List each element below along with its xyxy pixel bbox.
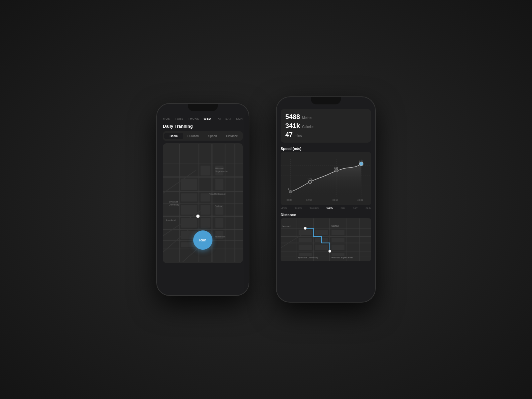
svg-rect-25 (200, 205, 210, 215)
svg-point-53 (289, 190, 292, 193)
svg-text:Filéa Restaurant: Filéa Restaurant (209, 193, 226, 195)
metres-unit: Metres (302, 116, 313, 120)
map-1: Walmart Supercenter Filéa Restaurant Car… (163, 143, 243, 263)
svg-point-88 (304, 227, 307, 230)
svg-rect-86 (299, 253, 312, 256)
phone-2: 5488 Metres 341k Calories 47 mins Speed … (276, 96, 376, 303)
svg-rect-82 (332, 238, 344, 242)
day-mon[interactable]: MON (163, 117, 171, 120)
distance-map-svg: Loveland Carfour Syracuse University Wal… (281, 218, 371, 261)
svg-text:Loveland: Loveland (282, 225, 291, 227)
p2-day-mon[interactable]: MON (281, 207, 287, 210)
svg-point-55 (335, 169, 338, 172)
svg-text:07:40: 07:40 (287, 199, 292, 201)
p2-day-wed[interactable]: WED (327, 207, 333, 210)
days-nav-1: MON TUES THURS WED FRI SAT SUN (157, 114, 249, 122)
svg-rect-83 (299, 245, 312, 250)
daily-training-title: Daily Tranning (157, 122, 249, 131)
svg-rect-21 (215, 179, 223, 190)
svg-text:2.55: 2.55 (334, 167, 338, 169)
phone-1-screen: MON TUES THURS WED FRI SAT SUN Daily Tra… (157, 104, 249, 295)
tab-speed[interactable]: Speed (203, 133, 222, 139)
svg-text:Supercenter: Supercenter (215, 170, 228, 173)
day-fri[interactable]: FRI (215, 117, 221, 120)
mins-unit: mins (295, 134, 302, 138)
svg-text:University: University (169, 203, 179, 206)
svg-text:2: 2 (288, 188, 289, 190)
svg-text:Walmart: Walmart (215, 167, 223, 170)
svg-point-89 (329, 250, 331, 253)
svg-rect-19 (200, 166, 210, 176)
metres-value: 5488 (285, 113, 300, 121)
distance-map: Loveland Carfour Syracuse University Wal… (281, 218, 371, 261)
stat-calories: 341k Calories (285, 122, 366, 130)
svg-rect-27 (181, 218, 197, 228)
notch-2 (311, 97, 341, 104)
svg-rect-22 (181, 193, 197, 201)
svg-text:Syracuse: Syracuse (169, 200, 179, 203)
svg-text:Gourmant: Gourmant (215, 235, 225, 238)
svg-point-54 (309, 180, 312, 184)
training-tabs: Basic Duration Speed Distance (163, 131, 243, 141)
p2-day-sun[interactable]: SUN (365, 207, 371, 210)
svg-text:12:50: 12:50 (306, 199, 312, 201)
tab-basic[interactable]: Basic (164, 133, 183, 139)
svg-rect-85 (332, 245, 344, 250)
tab-duration[interactable]: Duration (184, 133, 203, 139)
svg-text:33:10: 33:10 (332, 199, 338, 201)
calories-unit: Calories (302, 125, 315, 129)
svg-point-35 (196, 214, 200, 218)
p2-day-thurs[interactable]: THURS (310, 207, 319, 210)
p2-day-sat[interactable]: SAT (353, 207, 358, 210)
days-nav-2: MON TUES THURS WED FRI SAT SUN (277, 205, 375, 211)
stats-box: 5488 Metres 341k Calories 47 mins (281, 109, 371, 143)
phone-2-screen: 5488 Metres 341k Calories 47 mins Speed … (277, 97, 375, 302)
svg-rect-79 (332, 230, 344, 235)
svg-rect-84 (315, 245, 328, 250)
svg-text:Carfour: Carfour (332, 225, 339, 227)
phone-1: MON TUES THURS WED FRI SAT SUN Daily Tra… (156, 103, 249, 296)
run-button[interactable]: Run (193, 230, 212, 250)
phones-container: MON TUES THURS WED FRI SAT SUN Daily Tra… (156, 96, 376, 303)
svg-rect-87 (332, 253, 344, 256)
svg-text:2.75: 2.75 (359, 160, 363, 163)
svg-rect-18 (181, 179, 197, 190)
svg-rect-29 (215, 218, 223, 228)
svg-rect-80 (299, 238, 312, 242)
svg-rect-32 (215, 231, 223, 239)
svg-text:Syracuse University: Syracuse University (298, 256, 318, 259)
mins-value: 47 (285, 131, 293, 139)
notch-1 (188, 104, 218, 111)
day-sun[interactable]: SUN (236, 117, 243, 120)
svg-text:1.71: 1.71 (308, 178, 312, 181)
svg-text:Loveland: Loveland (166, 219, 176, 221)
speed-title: Speed (m/s) (277, 145, 375, 152)
stat-mins: 47 mins (285, 131, 366, 139)
distance-title: Distance (277, 211, 375, 218)
tab-distance[interactable]: Distance (223, 133, 242, 139)
p2-day-tues[interactable]: TUES (295, 207, 302, 210)
day-wed[interactable]: WED (203, 117, 211, 120)
day-sat[interactable]: SAT (225, 117, 231, 120)
svg-rect-77 (299, 230, 312, 235)
day-thurs[interactable]: THURS (188, 117, 199, 120)
svg-text:46:31: 46:31 (357, 199, 363, 201)
day-tues[interactable]: TUES (175, 117, 184, 120)
svg-rect-28 (200, 218, 210, 228)
calories-value: 341k (285, 122, 300, 130)
svg-text:Walmart Supercenter: Walmart Supercenter (332, 256, 353, 259)
svg-rect-24 (181, 205, 197, 215)
svg-rect-78 (315, 230, 328, 235)
p2-day-fri[interactable]: FRI (340, 207, 345, 210)
chart-svg: 2 1.71 2.55 2.75 07:40 12:50 33:10 46:31 (281, 152, 371, 205)
speed-chart: 2 1.71 2.55 2.75 07:40 12:50 33:10 46:31 (281, 152, 371, 205)
stat-metres: 5488 Metres (285, 113, 366, 121)
svg-text:Carfour: Carfour (214, 205, 222, 207)
